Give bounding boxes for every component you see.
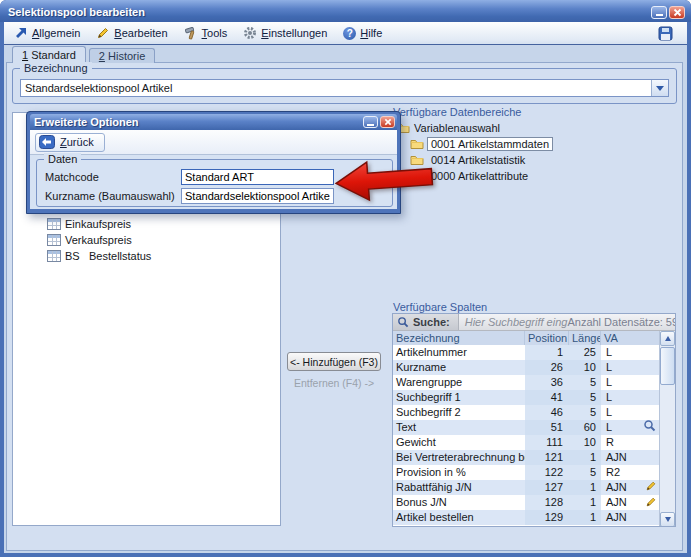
cell-name: Bei Vertreterabrechnung berücksichtige <box>393 450 525 465</box>
menu-einstellungen[interactable]: Einstellungen <box>241 24 329 42</box>
menu-label: Hilfe <box>360 27 382 39</box>
spalten-row[interactable]: Kurzname2610L <box>393 360 661 375</box>
tree-item-label: Verkaufspreis <box>65 234 132 246</box>
cell-laenge: 10 <box>569 360 601 375</box>
record-count: Anzahl Datensätze: 597 <box>567 316 676 328</box>
cell-laenge: 5 <box>569 390 601 405</box>
dialog-close-button[interactable] <box>380 116 395 128</box>
cell-position: 122 <box>525 465 569 480</box>
datenbereiche-title: Verfügbare Datenbereiche <box>393 106 521 118</box>
scroll-up-button[interactable] <box>660 331 675 346</box>
spalten-title: Verfügbare Spalten <box>393 301 487 313</box>
dialog-minimize-button[interactable] <box>363 116 378 128</box>
cell-name: Suchbegriff 2 <box>393 405 525 420</box>
dropdown-arrow-icon <box>656 86 664 91</box>
window-caption-buttons <box>651 6 685 19</box>
cell-laenge: 10 <box>569 435 601 450</box>
spalten-row[interactable]: Text5160L <box>393 420 661 435</box>
pencil-icon[interactable] <box>645 480 657 492</box>
combobox-value: Standardselektionspool Artikel <box>21 82 651 94</box>
cell-name: Bonus J/N <box>393 495 525 510</box>
spalten-search-bar[interactable]: Suche: Hier Suchbegriff eing Anzahl Date… <box>393 314 675 331</box>
datenbereich-item[interactable]: 0001 Artikelstammdaten <box>410 136 552 152</box>
cell-name: Provision in % <box>393 465 525 480</box>
save-button[interactable] <box>656 24 675 43</box>
help-icon: ? <box>343 27 356 40</box>
add-button[interactable]: <- Hinzufügen (F3) <box>287 352 381 371</box>
cell-va: L <box>601 345 661 360</box>
red-arrow-icon <box>334 157 434 203</box>
cell-position: 46 <box>525 405 569 420</box>
dialog-toolbar: Zurück <box>30 130 397 155</box>
kurzname-input[interactable] <box>181 188 334 204</box>
left-tree-item[interactable]: Einkaufspreis <box>13 216 280 232</box>
datenbereiche-root-node[interactable]: Variablenauswahl <box>396 120 500 135</box>
vertical-scrollbar[interactable] <box>659 331 675 527</box>
spalten-row[interactable]: Artikelnummer125L <box>393 345 661 360</box>
magnifier-icon[interactable] <box>643 419 656 432</box>
cell-position: 128 <box>525 495 569 510</box>
cell-name: Artikel bestellen <box>393 510 525 525</box>
matchcode-input[interactable] <box>181 169 334 185</box>
column-header-laenge[interactable]: Länge <box>569 331 601 345</box>
pencil-icon <box>96 26 110 40</box>
pencil-icon[interactable] <box>645 496 657 508</box>
spalten-row[interactable]: Warengruppe365L <box>393 375 661 390</box>
matchcode-row: Matchcode <box>45 169 334 185</box>
menu-allgemein[interactable]: Allgemein <box>12 24 82 42</box>
table-icon <box>47 234 61 246</box>
scrollbar-thumb[interactable] <box>660 347 675 385</box>
menu-hilfe[interactable]: ? Hilfe <box>341 25 384 42</box>
cell-position: 111 <box>525 435 569 450</box>
cell-va: AJN <box>601 510 661 525</box>
tree-item-code: BS <box>65 250 85 262</box>
kurzname-label: Kurzname (Baumauswahl) <box>45 190 181 202</box>
tree-item-label: Bestellstatus <box>89 250 151 262</box>
window-titlebar[interactable]: Selektionspool bearbeiten <box>0 0 691 22</box>
spalten-row[interactable]: Suchbegriff 2465L <box>393 405 661 420</box>
spalten-row[interactable]: Bei Vertreterabrechnung berücksichtige12… <box>393 450 661 465</box>
remove-button-disabled: Entfernen (F4) -> <box>287 375 381 391</box>
close-button[interactable] <box>669 6 685 19</box>
spalten-row[interactable]: Bonus J/N1281AJN <box>393 495 661 510</box>
spalten-row[interactable]: Rabattfähig J/N1271AJN <box>393 480 661 495</box>
dialog-caption-buttons <box>363 116 395 128</box>
column-header-bezeichnung[interactable]: Bezeichnung <box>393 331 525 345</box>
search-hint[interactable]: Hier Suchbegriff eing <box>459 316 568 328</box>
scroll-down-button[interactable] <box>660 512 675 527</box>
spalten-row[interactable]: Gewicht11110R <box>393 435 661 450</box>
cell-va: L <box>601 390 661 405</box>
minimize-button[interactable] <box>651 6 667 19</box>
tab-historie[interactable]: 2 Historie <box>89 48 155 63</box>
left-tree-item[interactable]: BSBestellstatus <box>13 248 280 264</box>
bezeichnung-combobox[interactable]: Standardselektionspool Artikel <box>20 79 669 97</box>
spalten-row[interactable]: Suchbegriff 1415L <box>393 390 661 405</box>
cell-va: L <box>601 375 661 390</box>
spalten-row[interactable]: Provision in %1225R2 <box>393 465 661 480</box>
cell-position: 121 <box>525 450 569 465</box>
left-tree-item[interactable]: Verkaufspreis <box>13 232 280 248</box>
close-icon <box>384 118 392 126</box>
cell-name: Gewicht <box>393 435 525 450</box>
spalten-row[interactable]: Artikel bestellen1291AJN <box>393 510 661 525</box>
column-header-va[interactable]: VA <box>601 331 661 345</box>
cell-laenge: 25 <box>569 345 601 360</box>
dialog-title: Erweiterte Optionen <box>34 116 139 128</box>
cell-name: Kurzname <box>393 360 525 375</box>
dialog-titlebar[interactable]: Erweiterte Optionen <box>30 114 397 130</box>
folder-icon <box>410 138 424 150</box>
menu-bearbeiten[interactable]: Bearbeiten <box>94 24 169 42</box>
back-arrow-icon <box>39 135 55 149</box>
spalten-table-body: Artikelnummer125LKurzname2610LWarengrupp… <box>393 345 661 525</box>
menu-tools[interactable]: Tools <box>182 24 230 42</box>
cell-name: Warengruppe <box>393 375 525 390</box>
tab-standard[interactable]: 1 Standard <box>12 46 86 63</box>
tools-icon <box>184 26 198 40</box>
cell-name: Text <box>393 420 525 435</box>
menu-label: Tools <box>202 27 228 39</box>
back-button[interactable]: Zurück <box>35 133 105 152</box>
datenbereiche-root-label: Variablenauswahl <box>414 122 500 134</box>
cell-name: Artikelnummer <box>393 345 525 360</box>
combobox-dropdown-button[interactable] <box>651 80 668 96</box>
column-header-position[interactable]: Position <box>525 331 569 345</box>
